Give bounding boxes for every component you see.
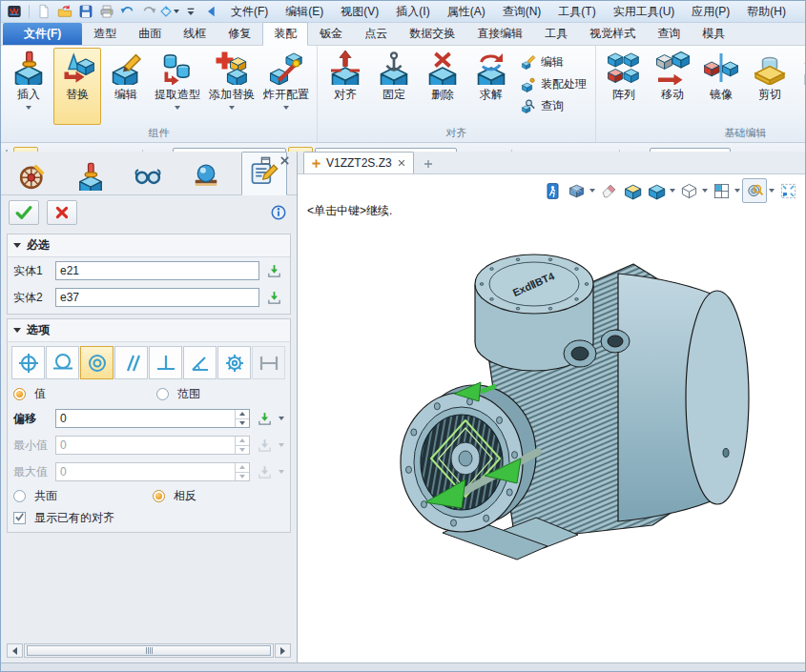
- extract-shape-button[interactable]: 提取造型: [151, 48, 204, 125]
- redo-button[interactable]: [139, 3, 158, 20]
- ribbon-tab-2[interactable]: 曲面: [128, 23, 172, 45]
- ribbon-tab-10[interactable]: 工具: [534, 23, 578, 45]
- mirror-big-button[interactable]: 镜像: [697, 48, 745, 125]
- menu-item-2[interactable]: 视图(V): [333, 2, 386, 22]
- dropdown-arrow-icon[interactable]: [734, 189, 740, 193]
- menu-item-0[interactable]: 文件(F): [223, 2, 276, 22]
- coplanar-radio[interactable]: [13, 490, 26, 502]
- constraint-perpendicular-button[interactable]: [149, 346, 182, 379]
- new-doc-button[interactable]: [34, 3, 53, 20]
- menu-item-7[interactable]: 实用工具(U): [606, 2, 683, 22]
- constraint-tangent-button[interactable]: [46, 346, 79, 379]
- constraint-gear-button[interactable]: [217, 346, 251, 379]
- required-section-header[interactable]: 必选: [8, 234, 290, 257]
- box-yellow-button[interactable]: [621, 179, 644, 202]
- new-tab-button[interactable]: [418, 154, 439, 173]
- refresh-diamond-button[interactable]: [160, 3, 179, 20]
- entity2-field[interactable]: [55, 288, 259, 307]
- eraser-button[interactable]: [597, 179, 620, 202]
- entity1-field[interactable]: [55, 261, 259, 280]
- dropdown-arrow-icon[interactable]: [589, 189, 595, 193]
- menu-item-4[interactable]: 属性(A): [440, 2, 493, 22]
- ribbon-tab-6[interactable]: 钣金: [309, 23, 353, 45]
- show-existing-checkbox[interactable]: [13, 512, 26, 524]
- menu-item-6[interactable]: 工具(T): [550, 2, 603, 22]
- save-button[interactable]: [76, 3, 95, 20]
- ribbon-tab-1[interactable]: 造型: [83, 23, 127, 45]
- small-edit-button[interactable]: 编辑: [518, 53, 589, 71]
- ribbon-tab-12[interactable]: 查询: [647, 23, 691, 45]
- max-field[interactable]: [56, 463, 235, 480]
- menu-item-9[interactable]: 帮助(H): [739, 2, 794, 22]
- dropdown-arrow-icon[interactable]: [670, 189, 675, 193]
- panel-tab-sphere[interactable]: [184, 158, 228, 194]
- constraint-angle-button[interactable]: [183, 346, 217, 379]
- constraint-coincident-button[interactable]: [11, 346, 45, 379]
- dropdown-arrow-icon[interactable]: [769, 189, 775, 193]
- panel-restore-button[interactable]: [258, 154, 272, 166]
- menu-item-5[interactable]: 查询(N): [495, 2, 549, 22]
- info-button[interactable]: [268, 201, 289, 224]
- quad-view-button[interactable]: [710, 179, 733, 202]
- ribbon-tab-5[interactable]: 装配: [262, 22, 308, 46]
- panel-horizontal-scrollbar[interactable]: [7, 643, 291, 658]
- solve-big-button[interactable]: 求解: [467, 48, 515, 125]
- menu-item-8[interactable]: 应用(P): [684, 2, 737, 22]
- add-replace-button[interactable]: 添加替换: [205, 48, 258, 125]
- ribbon-tab-9[interactable]: 直接编辑: [466, 23, 533, 45]
- move-big-button[interactable]: 移动: [649, 48, 696, 125]
- close-tab-icon[interactable]: [397, 158, 406, 168]
- offset-pick-button[interactable]: [254, 408, 275, 429]
- cube-shaded-button[interactable]: [645, 179, 668, 202]
- pattern-big-button[interactable]: 阵列: [600, 48, 648, 125]
- fix-big-button[interactable]: 固定: [370, 48, 418, 125]
- explode-config-button[interactable]: 炸开配置: [259, 48, 313, 125]
- replace-comp-button[interactable]: 替换: [53, 48, 101, 125]
- options-section-header[interactable]: 选项: [8, 319, 290, 342]
- zoom-circle-button[interactable]: [742, 178, 767, 203]
- ribbon-tab-3[interactable]: 线框: [173, 23, 217, 45]
- print-button[interactable]: [97, 3, 116, 20]
- fit-view-button[interactable]: [776, 179, 799, 202]
- range-radio[interactable]: [156, 388, 169, 400]
- walk-man-button[interactable]: [541, 179, 564, 202]
- scroll-track[interactable]: [24, 643, 274, 658]
- document-tab[interactable]: V1ZZT2S.Z3: [303, 152, 414, 173]
- menu-item-3[interactable]: 插入(I): [388, 2, 437, 22]
- ribbon-tab-0[interactable]: 文件(F): [3, 23, 82, 45]
- value-radio[interactable]: [13, 388, 26, 400]
- scroll-right-button[interactable]: [275, 643, 291, 658]
- motor-3d-model[interactable]: ExdⅡBT4: [298, 152, 805, 642]
- open-folder-button[interactable]: [55, 3, 74, 20]
- insert-comp-button[interactable]: 插入: [5, 48, 52, 125]
- menu-item-1[interactable]: 编辑(E): [278, 2, 331, 22]
- ribbon-tab-7[interactable]: 点云: [354, 23, 398, 45]
- panel-tab-glasses[interactable]: [126, 158, 170, 194]
- ribbon-tab-13[interactable]: 模具: [692, 23, 735, 45]
- constraint-concentric-button[interactable]: [80, 346, 114, 379]
- ribbon-tab-8[interactable]: 数据交换: [399, 23, 465, 45]
- dropdown-arrow-icon[interactable]: [702, 189, 708, 193]
- offset-spinner[interactable]: [235, 410, 249, 427]
- table-3d-button[interactable]: [565, 179, 588, 202]
- panel-tab-palette[interactable]: [10, 158, 54, 194]
- offset-options-dropdown[interactable]: [279, 417, 284, 420]
- panel-tab-stamp[interactable]: [69, 158, 113, 194]
- undo-button[interactable]: [118, 3, 137, 20]
- small-query-button[interactable]: 查询: [518, 97, 589, 115]
- ribbon-tab-4[interactable]: 修复: [217, 23, 261, 45]
- opposite-radio[interactable]: [153, 490, 165, 502]
- scroll-left-button[interactable]: [7, 643, 23, 658]
- constraint-parallel-button[interactable]: [114, 346, 148, 379]
- panel-close-button[interactable]: [278, 154, 291, 166]
- cancel-button[interactable]: [47, 200, 77, 225]
- edit-comp-button[interactable]: 编辑: [102, 48, 150, 125]
- drag-big-button[interactable]: 拖拽: [795, 48, 806, 125]
- cut-big-button[interactable]: 剪切: [746, 48, 794, 125]
- offset-field[interactable]: [56, 410, 235, 427]
- graphics-area[interactable]: V1ZZT2S.Z3 <单击中键>继续.: [298, 152, 805, 663]
- panel-collapse-button[interactable]: [202, 3, 221, 20]
- min-field[interactable]: [56, 437, 235, 454]
- ok-button[interactable]: [9, 200, 39, 225]
- align-big-button[interactable]: 对齐: [321, 48, 369, 125]
